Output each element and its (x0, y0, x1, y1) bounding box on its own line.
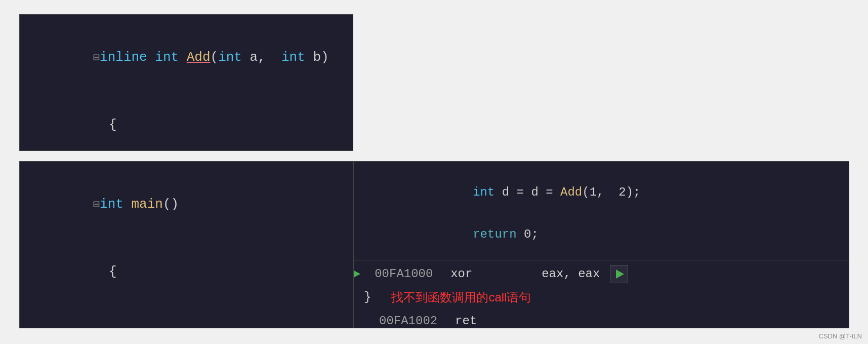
collapse-icon-1[interactable]: ⊟ (93, 52, 100, 64)
space-main (123, 197, 132, 212)
asm-operands-1: eax, eax (542, 264, 600, 284)
asm-brace: } (364, 288, 371, 307)
asm-line-2: } 找不到函数调用的call语句 (354, 286, 849, 309)
r-d-expr: d = d = (494, 185, 560, 199)
asm-addr-2: 00FA1002 (379, 312, 440, 331)
right-line-2: return 0; (364, 213, 839, 255)
line-main-1: ⊟int main() (30, 171, 343, 238)
code-panel-top: ⊟inline int Add(int a, int b) { return a… (19, 14, 353, 151)
line-2: { (30, 91, 343, 159)
asm-arrow: ► (354, 265, 360, 283)
r-return-0: 0; (517, 227, 539, 241)
kw-int-2: int (218, 50, 242, 65)
collapse-icon-2[interactable]: ⊟ (93, 199, 100, 211)
space (147, 50, 155, 65)
asm-mnemonic-1: xor (450, 264, 491, 284)
right-top-section: int d = d = Add(1, 2); return 0; (354, 162, 849, 258)
r-add-call: Add (560, 185, 582, 199)
play-button[interactable] (610, 265, 628, 283)
code-panel-bottom: ⊟int main() { int d = Add(1, 2); return … (19, 161, 353, 328)
asm-addr-1: 00FA1000 (375, 264, 435, 284)
brace-open-main: { (93, 264, 117, 279)
space2 (179, 50, 187, 65)
play-triangle-icon (616, 270, 624, 279)
main-container: ⊟inline int Add(int a, int b) { return a… (0, 0, 868, 344)
line-main-blank1 (30, 305, 343, 327)
brace-open-1: { (109, 117, 117, 132)
r-add-params: (1, 2); (582, 185, 640, 199)
asm-line-1: ► 00FA1000 xor eax, eax (354, 262, 849, 286)
kw-int-3: int (281, 50, 305, 65)
line-main-3: int d = Add(1, 2); (30, 327, 343, 344)
kw-int-main: int (100, 197, 123, 212)
paren: ( (211, 50, 219, 65)
divider (354, 260, 849, 260)
error-message: 找不到函数调用的call语句 (391, 288, 531, 307)
asm-line-3: 00FA1002 ret (354, 310, 849, 333)
indent-bar-1 (93, 117, 109, 132)
right-line-1: int d = d = Add(1, 2); (364, 169, 839, 213)
kw-int-1: int (155, 50, 179, 65)
param-b: b) (305, 50, 329, 65)
asm-mnemonic-2: ret (455, 312, 495, 331)
func-main: main (132, 197, 163, 212)
line-1: ⊟inline int Add(int a, int b) (30, 24, 343, 91)
line-main-2: { (30, 238, 343, 305)
bottom-code-content: ⊟int main() { int d = Add(1, 2); return … (20, 162, 353, 344)
r-return: return (473, 227, 516, 241)
code-panel-right: int d = d = Add(1, 2); return 0; ► 00FA1… (353, 161, 849, 328)
r-kw-int: int (473, 185, 494, 199)
param-a: a, (242, 50, 281, 65)
main-parens: () (163, 197, 179, 212)
kw-inline: inline (100, 50, 147, 65)
watermark: CSDN @T-tLN (819, 332, 862, 340)
func-add: Add (187, 50, 211, 65)
